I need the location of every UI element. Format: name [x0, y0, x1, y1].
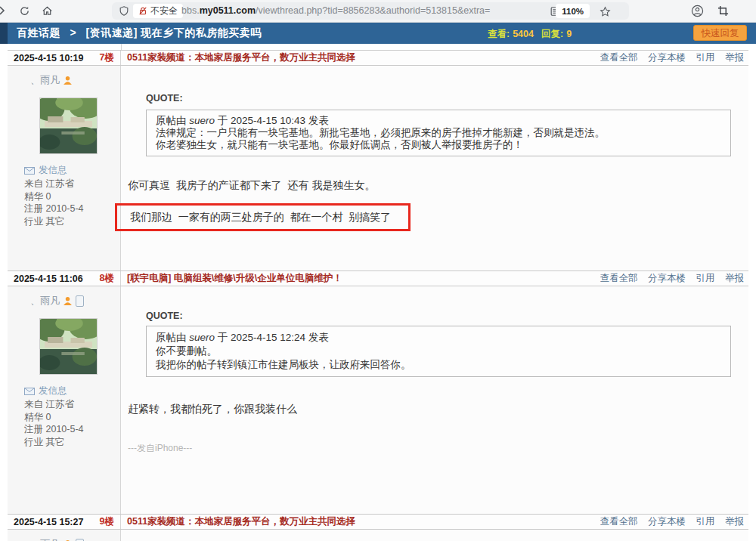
tracking-shield-icon[interactable]	[116, 3, 132, 18]
highlighted-text: 我们那边 一家有的两三处房子的 都在一个村 别搞笑了	[130, 211, 391, 224]
share-floor-link[interactable]: 分享本楼	[648, 52, 686, 63]
floor-number[interactable]: 7楼	[100, 51, 114, 64]
bookmark-star-icon[interactable]	[597, 4, 612, 19]
broken-lock-icon	[138, 6, 147, 16]
url-path: /viewthread.php?tid=8856283&authorid=513…	[256, 5, 490, 16]
breadcrumb: 百姓话题 > [资讯速递] 现在乡下的私房能买卖吗	[17, 26, 262, 40]
send-message-link[interactable]: 发信息	[39, 164, 67, 177]
user-industry: 行业 其它	[24, 436, 84, 449]
screenshot-crop-icon[interactable]	[715, 3, 730, 18]
quote-link[interactable]: 引用	[696, 52, 715, 63]
quote-author: suero	[189, 332, 215, 343]
post-body: 、雨凡	[8, 286, 748, 514]
quote-author: suero	[189, 115, 215, 126]
post-body: 、雨凡	[8, 530, 748, 541]
quote-header-pre: 原帖由	[156, 332, 189, 343]
quote-link[interactable]: 引用	[696, 273, 715, 283]
user-info: 来自 江苏省 精华 0 注册 2010-5-4 行业 其它	[24, 398, 84, 448]
thread-title-bar: 百姓话题 > [资讯速递] 现在乡下的私房能买卖吗 查看:5404回复:9 快速…	[0, 23, 756, 44]
user-info: 来自 江苏省 精华 0 注册 2010-5-4 行业 其它	[24, 178, 84, 227]
share-floor-link[interactable]: 分享本楼	[648, 273, 686, 283]
view-all-link[interactable]: 查看全部	[600, 52, 638, 63]
user-location: 来自 江苏省	[24, 178, 84, 190]
user-industry: 行业 其它	[24, 215, 84, 228]
avatar[interactable]	[39, 97, 98, 154]
views-count: 5404	[513, 29, 534, 39]
home-icon[interactable]	[39, 3, 54, 18]
post-action-links: 查看全部 分享本楼 引用 举报	[593, 51, 744, 64]
username-link[interactable]: 、雨凡	[30, 73, 60, 87]
user-digest: 精华 0	[24, 411, 84, 424]
mobile-device-icon	[76, 539, 84, 541]
quote-line: 你不要删帖。	[156, 345, 721, 358]
reload-icon[interactable]	[17, 3, 32, 18]
quote-line: 法律规定：一户只能有一块宅基地。新批宅基地，必须把原来的房子推掉才能新建，否则就…	[156, 127, 721, 139]
quote-label: QUOTE:	[146, 93, 183, 104]
floor-number[interactable]: 8楼	[100, 272, 114, 285]
ad-banner-link[interactable]: 0511家装频道：本地家居服务平台，数万业主共同选择	[127, 515, 355, 528]
post-header: 2025-4-15 10:19 7楼 0511家装频道：本地家居服务平台，数万业…	[8, 50, 748, 66]
ad-banner-link[interactable]: [联宇电脑] 电脑组装\维修\升级\企业单位电脑维护！	[127, 272, 342, 285]
breadcrumb-forum[interactable]: 百姓话题	[17, 26, 60, 39]
forward-icon[interactable]	[0, 3, 9, 18]
quote-label: QUOTE:	[146, 311, 183, 321]
post-floor-9: 2025-4-15 15:27 9楼 0511家装频道：本地家居服务平台，数万业…	[8, 514, 748, 541]
url-text[interactable]: bbs.my0511.com/viewthread.php?tid=885628…	[181, 5, 490, 16]
quote-header-post: 于 2025-4-15 10:43 发表	[215, 115, 329, 126]
reply-text: 赶紧转，我都怕死了，你跟我装什么	[128, 403, 297, 416]
signature-text: ---发自iPhone---	[128, 442, 192, 455]
floor-number[interactable]: 9楼	[100, 515, 114, 528]
post-time: 2025-4-15 15:27	[14, 517, 83, 527]
user-digest: 精华 0	[24, 190, 84, 203]
post-body: 、雨凡	[8, 66, 748, 270]
previous-post-bottom	[8, 44, 748, 50]
post-content: QUOTE: 原帖由 suero 于 2025-4-15 12:24 发表 你不…	[122, 286, 748, 514]
post-time: 2025-4-15 10:19	[14, 53, 83, 63]
view-all-link[interactable]: 查看全部	[600, 516, 638, 527]
zoom-level-chip[interactable]: 110%	[556, 4, 590, 18]
avatar[interactable]	[39, 318, 98, 375]
breadcrumb-separator: >	[70, 26, 76, 39]
url-domain: my0511.com	[200, 5, 256, 16]
highlight-annotation-box: 我们那边 一家有的两三处房子的 都在一个村 别搞笑了	[115, 203, 411, 231]
quote-box: 原帖由 suero 于 2025-4-15 10:43 发表 法律规定：一户只能…	[146, 110, 731, 156]
thread-stats: 查看:5404回复:9	[488, 28, 579, 41]
quote-box: 原帖由 suero 于 2025-4-15 12:24 发表 你不要删帖。 我把…	[146, 326, 731, 377]
author-sidebar: 、雨凡	[8, 530, 121, 541]
quote-header-post: 于 2025-4-15 12:24 发表	[215, 332, 329, 343]
url-subdomain: bbs.	[181, 5, 200, 16]
views-label: 查看:	[488, 29, 510, 39]
post-floor-7: 2025-4-15 10:19 7楼 0511家装频道：本地家居服务平台，数万业…	[8, 50, 748, 270]
post-content: QUOTE: 原帖由 suero 于 2025-4-15 10:43 发表 法律…	[122, 66, 748, 270]
share-floor-link[interactable]: 分享本楼	[648, 516, 686, 527]
ad-banner-link[interactable]: 0511家装频道：本地家居服务平台，数万业主共同选择	[127, 51, 355, 64]
profile-icon[interactable]	[689, 3, 705, 18]
view-all-link[interactable]: 查看全部	[600, 273, 638, 283]
username-link[interactable]: 、雨凡	[30, 294, 60, 308]
post-action-links: 查看全部 分享本楼 引用 举报	[593, 272, 744, 285]
report-link[interactable]: 举报	[725, 52, 744, 63]
send-message-link[interactable]: 发信息	[39, 385, 67, 397]
post-content	[122, 530, 748, 541]
post-action-links: 查看全部 分享本楼 引用 举报	[593, 515, 744, 528]
quick-reply-button[interactable]: 快速回复	[693, 25, 747, 41]
report-link[interactable]: 举报	[725, 516, 744, 527]
address-bar[interactable]: 不安全 bbs.my0511.com/viewthread.php?tid=88…	[112, 2, 629, 20]
post-header: 2025-4-15 15:27 9楼 0511家装频道：本地家居服务平台，数万业…	[8, 514, 748, 530]
user-register-date: 注册 2010-5-4	[24, 202, 84, 215]
post-floor-8: 2025-4-15 11:06 8楼 [联宇电脑] 电脑组装\维修\升级\企业单…	[8, 270, 748, 514]
replies-label: 回复:	[541, 29, 563, 39]
report-link[interactable]: 举报	[725, 273, 744, 283]
post-time: 2025-4-15 11:06	[14, 274, 83, 284]
message-envelope-icon	[24, 388, 35, 395]
security-chip[interactable]: 不安全	[133, 4, 183, 18]
quote-line: 你老婆独生女，就只能有一块宅基地。你最好低调点，否则被人举报要推房子的！	[156, 139, 721, 151]
browser-toolbar: 不安全 bbs.my0511.com/viewthread.php?tid=88…	[0, 0, 756, 23]
quote-line: 我把你的帖子转到镇江市住建局板块，让政府来回答你。	[156, 358, 721, 372]
page-title: [资讯速递] 现在乡下的私房能买卖吗	[85, 26, 261, 39]
username-link[interactable]: 、雨凡	[30, 537, 60, 541]
security-label: 不安全	[150, 5, 178, 17]
user-location: 来自 江苏省	[24, 398, 84, 411]
quote-link[interactable]: 引用	[696, 516, 715, 527]
thread-page: 2025-4-15 10:19 7楼 0511家装频道：本地家居服务平台，数万业…	[8, 44, 748, 541]
